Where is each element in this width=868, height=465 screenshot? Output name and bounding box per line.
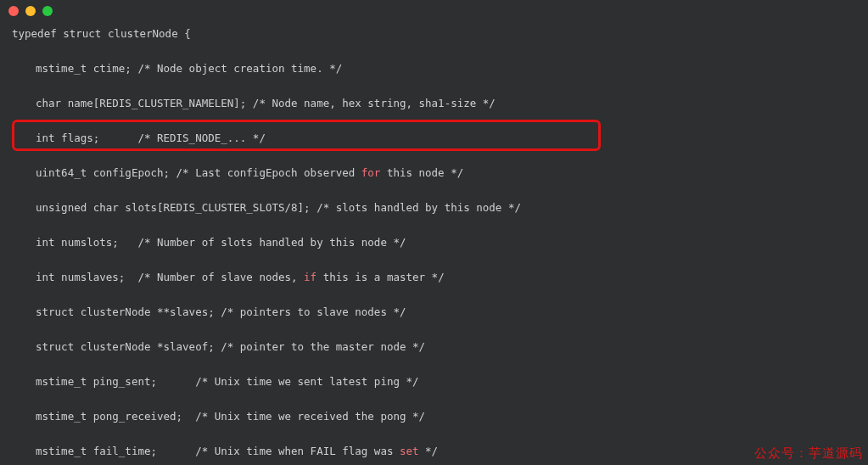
- code-token: mstime_t fail_time; /* Unix time when FA…: [36, 445, 400, 457]
- code-token: this node */: [380, 166, 463, 179]
- window-titlebar: [0, 0, 868, 22]
- code-token: */: [419, 445, 439, 457]
- code-line: mstime_t ctime; /* Node object creation …: [12, 60, 868, 78]
- maximize-icon[interactable]: [42, 6, 53, 16]
- code-line: uint64_t configEpoch; /* Last configEpoc…: [12, 165, 868, 182]
- code-token: struct clusterNode *slaveof; /* pointer …: [36, 340, 425, 353]
- keyword-token: for: [361, 166, 381, 179]
- code-line: char name[REDIS_CLUSTER_NAMELEN]; /* Nod…: [12, 95, 868, 113]
- code-token: uint64_t configEpoch; /* Last configEpoc…: [36, 166, 361, 179]
- keyword-token: set: [400, 445, 419, 457]
- code-line: mstime_t fail_time; /* Unix time when FA…: [12, 443, 868, 461]
- keyword-token: if: [304, 271, 316, 283]
- code-token: mstime_t ctime; /* Node object creation …: [36, 62, 342, 75]
- code-line: mstime_t ping_sent; /* Unix time we sent…: [12, 373, 868, 391]
- code-token: mstime_t pong_received; /* Unix time we …: [36, 410, 425, 423]
- code-line: int flags; /* REDIS_NODE_... */: [12, 130, 868, 148]
- code-token: unsigned char slots[REDIS_CLUSTER_SLOTS/…: [36, 201, 521, 214]
- minimize-icon[interactable]: [25, 6, 36, 16]
- code-line: typedef struct clusterNode {: [12, 25, 868, 43]
- code-line: int numslaves; /* Number of slave nodes,…: [12, 269, 868, 287]
- code-line: unsigned char slots[REDIS_CLUSTER_SLOTS/…: [12, 199, 868, 217]
- code-token: char name[REDIS_CLUSTER_NAMELEN]; /* Nod…: [36, 97, 496, 109]
- code-window: typedef struct clusterNode { mstime_t ct…: [0, 0, 868, 465]
- code-token: struct clusterNode **slaves; /* pointers…: [36, 305, 406, 318]
- code-token: mstime_t ping_sent; /* Unix time we sent…: [36, 375, 419, 388]
- code-block: typedef struct clusterNode { mstime_t ct…: [0, 22, 868, 465]
- code-line: struct clusterNode **slaves; /* pointers…: [12, 304, 868, 322]
- code-token: int numslots; /* Number of slots handled…: [36, 236, 406, 249]
- watermark-text: 公众号：芋道源码: [754, 445, 863, 462]
- code-line: int numslots; /* Number of slots handled…: [12, 234, 868, 252]
- code-line: struct clusterNode *slaveof; /* pointer …: [12, 339, 868, 356]
- code-token: int flags; /* REDIS_NODE_... */: [36, 132, 266, 144]
- code-line: mstime_t pong_received; /* Unix time we …: [12, 408, 868, 426]
- code-token: typedef struct clusterNode {: [12, 27, 191, 40]
- code-token: this is a master */: [316, 271, 445, 283]
- code-token: int numslaves; /* Number of slave nodes,: [36, 271, 304, 283]
- close-icon[interactable]: [8, 6, 19, 16]
